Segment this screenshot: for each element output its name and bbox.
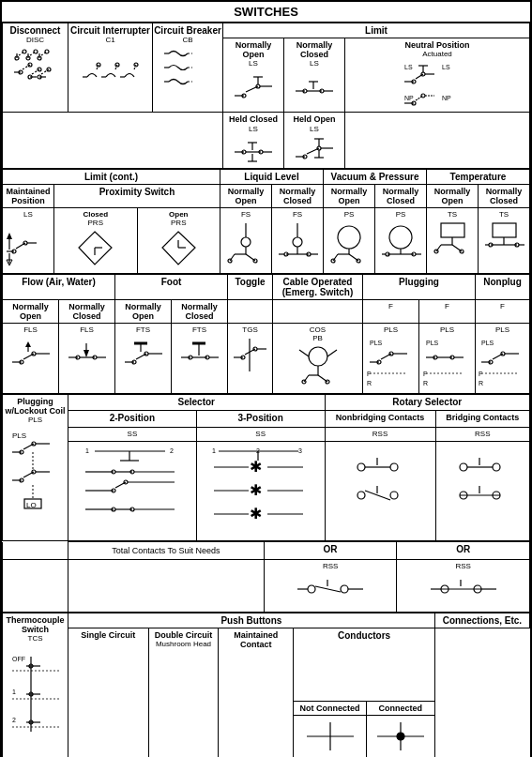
rotary-nonbridging-label: Nonbridging Contacts — [327, 413, 434, 422]
foot-no-header-cell: Normally Open — [115, 300, 172, 324]
thermocouple-cell: Thermocouple Switch TCS OFF 1 2 — [3, 613, 68, 758]
svg-line-182 — [304, 375, 309, 382]
selector-3pos-symbol-cell: 1 2 3 ✱ ✱ ✱ — [196, 442, 325, 541]
rotary-bridging-label-cell: RSS — [435, 427, 529, 441]
svg-text:1: 1 — [212, 447, 216, 454]
svg-line-118 — [333, 254, 338, 261]
limit-neutral-actuated-cell: Neutral Position Actuated LS LS — [345, 38, 530, 113]
selector-header: Selector — [68, 395, 326, 411]
temperature-header: Temperature — [427, 170, 530, 185]
maintained-position-cell: LS — [3, 208, 54, 274]
foot-nc-header-cell: Normally Closed — [172, 300, 228, 324]
maintained-position-label: Maintained Position — [4, 187, 53, 205]
disconnect-cell: Disconnect DISC — [3, 23, 68, 113]
plugging-lockout-cell: Plugging w/Lockout Coil PLS PLS — [3, 395, 68, 541]
temp-no-label: Normally Open — [428, 187, 477, 205]
main-container: SWITCHES Disconnect DISC — [0, 0, 532, 757]
held-closed-header: Held Closed — [224, 114, 282, 124]
plug-f-header-cell: F — [363, 300, 419, 324]
svg-point-270 — [460, 463, 467, 471]
flow-no-header-cell: Normally Open — [3, 300, 59, 324]
vp-nc-label: Normally Closed — [376, 187, 425, 205]
plugging-f-cell: PLS PLS F R — [363, 324, 419, 394]
svg-text:PLS: PLS — [370, 340, 383, 346]
selector-3pos-header: 3-Position — [196, 411, 325, 427]
vp-nc-cell: PS — [375, 208, 427, 274]
held-open-cell: Held Open LS — [284, 113, 345, 169]
rotary-nonbridging-header: Nonbridging Contacts — [325, 411, 435, 427]
circuit-interrupter-cell: Circuit Interrupter C1 — [68, 23, 153, 113]
svg-line-282 — [315, 586, 341, 592]
circuit-interrupter-symbol: C1 — [69, 36, 151, 86]
conductors-header: Conductors — [294, 628, 434, 702]
svg-point-115 — [338, 226, 360, 249]
rotary-bridging-symbol-cell — [435, 442, 529, 541]
selector-2pos-label-cell: SS — [68, 427, 197, 441]
svg-text:2: 2 — [170, 447, 174, 454]
svg-text:LO: LO — [26, 501, 37, 509]
svg-point-278 — [308, 585, 315, 593]
single-circuit-label: Single Circuit — [69, 630, 147, 640]
not-connected-symbol-cell — [294, 716, 367, 758]
foot-nc-cell: FTS — [172, 324, 228, 394]
selector-2pos-symbol-cell: 1 2 — [68, 442, 197, 541]
liquid-level-header: Liquid Level — [220, 170, 324, 185]
svg-text:NP: NP — [404, 95, 414, 101]
not-connected-header-cell: Not Connected — [294, 702, 367, 716]
svg-text:✱: ✱ — [250, 506, 262, 522]
ll-nc-header-cell: Normally Closed — [272, 185, 324, 208]
svg-point-267 — [390, 492, 398, 499]
cable-header-cell — [273, 300, 363, 324]
limit-actuated-symbol: Actuated LS LS NP NP — [346, 50, 528, 110]
limit-normally-closed-cell: Normally Closed LS — [284, 38, 345, 113]
svg-marker-149 — [25, 341, 31, 347]
connected-symbol-cell — [366, 716, 434, 758]
ll-no-header-cell: Normally Open — [220, 185, 272, 208]
svg-text:3: 3 — [298, 447, 302, 454]
limit-header-cell: Limit — [223, 23, 530, 38]
proximity-closed-cell: Closed PRS — [54, 208, 138, 274]
svg-point-177 — [309, 347, 327, 366]
nonplug-cell: PLS PLS F R — [476, 324, 530, 394]
svg-line-179 — [327, 350, 337, 356]
maintained-contact-header-cell: Maintained Contact — [219, 628, 294, 758]
toggle-header: Toggle — [228, 275, 273, 300]
double-circuit-label: Double Circuit — [150, 630, 218, 640]
vp-nc-header-cell: Normally Closed — [375, 185, 427, 208]
svg-line-103 — [230, 254, 235, 261]
svg-text:F: F — [423, 371, 427, 377]
limit-cont-header: Limit (cont.) — [3, 170, 220, 185]
limit-header: Limit — [224, 25, 528, 36]
svg-point-108 — [293, 237, 302, 247]
vp-no-header-cell: Normally Open — [324, 185, 375, 208]
empty-lockout-bottom — [3, 542, 68, 560]
limit-normally-open-cell: Normally Open LS — [223, 38, 284, 113]
rotary-or-nc-cell: RSS — [397, 560, 530, 613]
svg-text:R: R — [479, 380, 483, 386]
circuit-interrupter-header: Circuit Interrupter — [69, 25, 151, 36]
cable-header: Cable Operated (Emerg. Switch) — [273, 275, 363, 300]
svg-text:✱: ✱ — [250, 482, 262, 498]
svg-text:F: F — [367, 371, 371, 377]
svg-point-307 — [397, 733, 404, 740]
svg-text:PLS: PLS — [481, 340, 494, 346]
circuit-breaker-cell: Circuit Breaker CB — [153, 23, 223, 113]
svg-point-266 — [357, 492, 365, 499]
rotary-or-no-cell: RSS — [264, 560, 397, 613]
proximity-open-cell: Open PRS — [137, 208, 220, 274]
limit-neutral-header: Neutral Position — [346, 40, 528, 50]
rotary-or-label-1: OR — [264, 542, 397, 560]
ll-nc-label: Normally Closed — [273, 187, 322, 205]
held-open-symbol: LS — [285, 124, 343, 166]
connected-header-cell: Connected — [366, 702, 434, 716]
rotary-bridging-header: Bridging Contacts — [435, 411, 529, 427]
ll-nc-cell: FS — [272, 208, 324, 274]
connections-etc-header: Connections, Etc. — [434, 613, 529, 628]
svg-point-279 — [341, 585, 348, 593]
foot-no-label: Normally Open — [116, 302, 170, 321]
plug-r-header-cell: F — [419, 300, 476, 324]
flow-no-cell: FLS — [3, 324, 59, 394]
vacuum-pressure-header: Vacuum & Pressure — [324, 170, 427, 185]
svg-point-100 — [241, 237, 251, 247]
limit-no-header: Normally Open — [224, 40, 282, 59]
